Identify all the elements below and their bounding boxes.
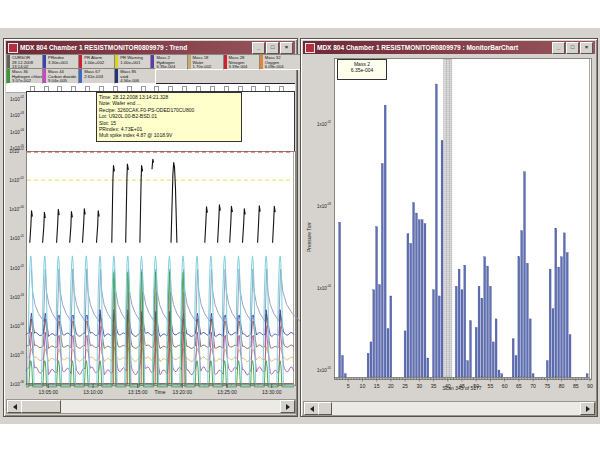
bar[interactable] [555, 229, 557, 377]
bar[interactable] [407, 234, 409, 377]
bar[interactable] [478, 286, 480, 377]
scrollbar-thumb[interactable] [318, 402, 332, 415]
bar[interactable] [461, 290, 463, 377]
spectrum-y-axis-title: Pressure Torr [306, 137, 312, 337]
bar[interactable] [561, 257, 563, 377]
cell-color-bar [79, 55, 82, 69]
bar[interactable] [421, 220, 423, 377]
scroll-left-button[interactable] [7, 400, 22, 413]
bar[interactable] [484, 257, 486, 377]
scroll-left-button[interactable] [304, 402, 319, 415]
bar[interactable] [415, 213, 417, 377]
bar[interactable] [524, 172, 526, 377]
bar[interactable] [413, 203, 415, 377]
trend-window-controls: _□× [252, 42, 293, 54]
spectrum-h-scrollbar[interactable] [303, 401, 596, 416]
arrow-left-icon [10, 404, 17, 410]
bar[interactable] [498, 370, 500, 377]
bar[interactable] [376, 227, 378, 377]
bar[interactable] [373, 290, 375, 377]
cell-line: 3.39e-004 [229, 65, 263, 70]
cell-line: 6.09e-004 [265, 65, 299, 70]
bar[interactable] [586, 374, 588, 377]
cell-color-bar [188, 55, 191, 69]
bar[interactable] [404, 331, 406, 377]
spectrum-chart: 51015202530354045505560657075808590 [334, 58, 590, 394]
bar[interactable] [384, 105, 386, 377]
bar[interactable] [492, 342, 494, 377]
barchart-window-title: MDX 804 Chamber 1 RESISTMONITOR0809979 :… [317, 41, 550, 54]
bar[interactable] [489, 286, 491, 377]
bar[interactable] [441, 140, 443, 377]
mass-readout-cell: Mass 85void4.56e-006 [114, 68, 156, 84]
bar[interactable] [381, 163, 383, 377]
close-button[interactable]: × [280, 42, 293, 54]
bar[interactable] [495, 319, 497, 377]
bar[interactable] [390, 296, 392, 377]
bar[interactable] [344, 374, 346, 377]
bar[interactable] [558, 267, 560, 377]
trend-titlebar[interactable]: MDX 804 Chamber 1 RESISTMONITOR0809979 :… [6, 41, 295, 54]
bar[interactable] [475, 327, 477, 377]
bar[interactable] [458, 269, 460, 377]
y-axis-tick-label: 1x10+01 [4, 176, 24, 183]
bar[interactable] [563, 233, 565, 377]
bar[interactable] [433, 290, 435, 377]
spectrum-tooltip: Mass 26.35e-004 [337, 59, 387, 80]
close-button[interactable]: × [580, 42, 593, 54]
bar[interactable] [518, 257, 520, 377]
bar[interactable] [424, 224, 426, 377]
masked-mass-band [446, 59, 449, 377]
bar[interactable] [438, 296, 440, 377]
barchart-titlebar[interactable]: MDX 804 Chamber 1 RESISTMONITOR0809979 :… [303, 41, 595, 54]
y-axis-tick-label: 1x10-02 [304, 120, 331, 127]
bar[interactable] [569, 335, 571, 377]
cell-line: 1.00e+002 [84, 61, 118, 66]
bar[interactable] [455, 286, 457, 377]
bar[interactable] [532, 374, 534, 377]
scrollbar-thumb[interactable] [21, 400, 61, 413]
cell-line: 1.70e-002 [193, 65, 227, 70]
minimize-button[interactable]: _ [252, 42, 265, 54]
bar[interactable] [467, 361, 469, 377]
trend-tooltip: Time: 28.12.2008 13:14:21.328Note: Wafer… [96, 92, 242, 142]
bar[interactable] [521, 231, 523, 377]
bar[interactable] [470, 321, 472, 377]
bar[interactable] [370, 342, 372, 377]
bar[interactable] [526, 263, 528, 377]
bar[interactable] [435, 84, 437, 377]
bar[interactable] [342, 356, 344, 377]
cell-line: 9.04e-005 [48, 79, 82, 84]
bar[interactable] [546, 361, 548, 377]
bar[interactable] [512, 339, 514, 377]
bar[interactable] [481, 298, 483, 377]
trend-window: MDX 804 Chamber 1 RESISTMONITOR0809979 :… [3, 38, 298, 417]
bar[interactable] [501, 374, 503, 377]
scroll-right-button[interactable] [580, 402, 595, 415]
minimize-button[interactable]: _ [552, 42, 565, 54]
bar[interactable] [464, 265, 466, 377]
trend-h-scrollbar[interactable] [6, 399, 296, 414]
maximize-button[interactable]: □ [566, 42, 579, 54]
bar[interactable] [566, 253, 568, 377]
bar[interactable] [418, 220, 420, 377]
bar[interactable] [410, 243, 412, 377]
bar[interactable] [487, 266, 489, 377]
bar[interactable] [552, 309, 554, 377]
tooltip-line: Mult spike index 4.87 @ 1018.9V [99, 132, 239, 138]
bar[interactable] [427, 358, 429, 377]
bar[interactable] [387, 329, 389, 377]
y-axis-tick-label: 1x10-06 [4, 380, 24, 387]
y-axis-tick-label: 1x10+02 [4, 147, 24, 154]
bar[interactable] [549, 269, 551, 377]
bar[interactable] [367, 353, 369, 377]
bar[interactable] [339, 222, 341, 377]
cell-color-bar [43, 69, 46, 83]
bar[interactable] [379, 285, 381, 377]
bar[interactable] [529, 319, 531, 377]
bar[interactable] [515, 356, 517, 377]
maximize-button[interactable]: □ [266, 42, 279, 54]
cell-line: 3.07e-002 [12, 79, 46, 84]
scroll-right-button[interactable] [280, 400, 295, 413]
y-axis-tick-label: 1x10-04 [304, 284, 331, 291]
